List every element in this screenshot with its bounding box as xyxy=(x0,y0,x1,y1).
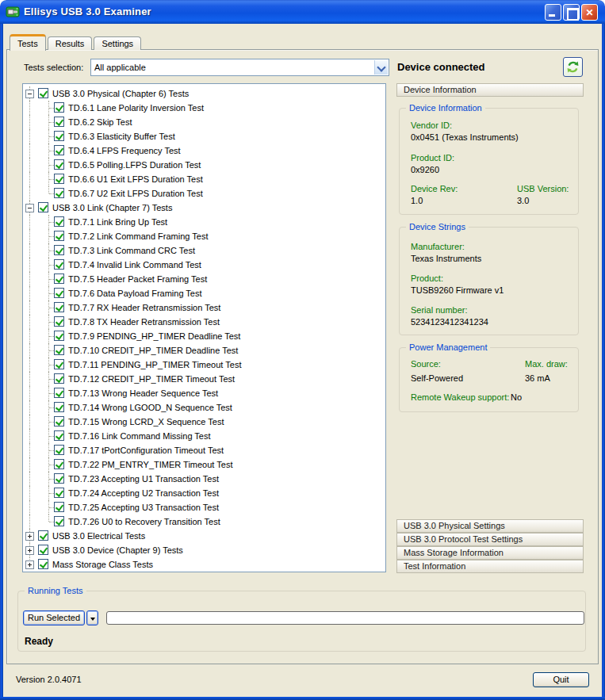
tree-checkbox[interactable] xyxy=(54,273,64,284)
tree-item[interactable]: TD.6.2 Skip Test xyxy=(23,115,385,129)
tree-item[interactable]: TD.7.24 Accepting U2 Transaction Test xyxy=(23,486,385,500)
tree-checkbox[interactable] xyxy=(38,545,48,555)
tree-item-label: TD.6.1 Lane Polarity Inversion Test xyxy=(68,103,204,113)
tree-item[interactable]: USB 3.0 Link (Chapter 7) Tests xyxy=(23,201,385,215)
tree-checkbox[interactable] xyxy=(54,416,64,427)
tree-checkbox[interactable] xyxy=(54,430,64,441)
maximize-button[interactable] xyxy=(563,4,580,21)
tree-checkbox[interactable] xyxy=(38,530,48,541)
tree-item[interactable]: TD.7.26 U0 to Recovery Transition Test xyxy=(23,514,385,529)
tree-checkbox[interactable] xyxy=(54,231,64,241)
tree-checkbox[interactable] xyxy=(54,488,64,498)
expander-bar-usb3-physical-settings[interactable]: USB 3.0 Physical Settings xyxy=(396,519,584,533)
tree-checkbox[interactable] xyxy=(38,559,48,569)
tests-tree[interactable]: USB 3.0 Physical (Chapter 6) Tests TD.6.… xyxy=(22,83,386,572)
tree-expander-icon[interactable] xyxy=(25,204,34,212)
tree-item[interactable]: TD.7.8 TX Header Retransmission Test xyxy=(23,315,385,329)
tree-item[interactable]: TD.7.1 Link Bring Up Test xyxy=(23,215,385,229)
tree-item[interactable]: USB 3.0 Electrical Tests xyxy=(23,529,385,543)
tree-item[interactable]: USB 3.0 Physical (Chapter 6) Tests xyxy=(23,86,385,101)
group-title: Device Information xyxy=(406,103,485,113)
title-bar[interactable]: Ellisys USB 3.0 Examiner xyxy=(0,0,605,24)
tree-item[interactable]: TD.6.4 LFPS Frequency Test xyxy=(23,143,385,158)
tree-item[interactable]: TD.7.14 Wrong LGOOD_N Sequence Test xyxy=(23,400,385,415)
tree-checkbox[interactable] xyxy=(54,516,64,526)
tree-connector-line xyxy=(29,329,30,343)
tree-checkbox[interactable] xyxy=(54,145,64,155)
tree-item[interactable]: TD.7.22 PM_ENTRY_TIMER Timeout Test xyxy=(23,457,385,472)
tree-item[interactable]: TD.7.13 Wrong Header Sequence Test xyxy=(23,386,385,400)
tree-item[interactable]: TD.7.4 Invalid Link Command Test xyxy=(23,258,385,272)
tree-checkbox[interactable] xyxy=(54,188,64,198)
tree-item-label: TD.7.3 Link Command CRC Test xyxy=(68,246,195,255)
tree-checkbox[interactable] xyxy=(54,345,64,355)
tree-expander-icon[interactable] xyxy=(25,532,34,541)
tree-checkbox[interactable] xyxy=(54,288,64,298)
tree-checkbox[interactable] xyxy=(54,159,64,170)
tree-item[interactable]: TD.7.9 PENDING_HP_TIMER Deadline Test xyxy=(23,329,385,343)
quit-button-label: Quit xyxy=(553,675,569,684)
tree-checkbox[interactable] xyxy=(54,359,64,369)
tree-checkbox[interactable] xyxy=(54,459,64,469)
tree-item[interactable]: TD.7.2 Link Command Framing Test xyxy=(23,229,385,243)
tree-item[interactable]: TD.7.15 Wrong LCRD_X Sequence Test xyxy=(23,415,385,429)
close-button[interactable] xyxy=(581,4,598,21)
minimize-button[interactable] xyxy=(545,4,561,21)
tree-checkbox[interactable] xyxy=(54,245,64,255)
tree-item[interactable]: TD.7.12 CREDIT_HP_TIMER Timeout Test xyxy=(23,372,385,386)
tree-checkbox[interactable] xyxy=(54,331,64,341)
tree-checkbox[interactable] xyxy=(54,302,64,312)
tree-checkbox[interactable] xyxy=(38,88,48,98)
product-label: Product: xyxy=(411,273,443,283)
tree-item[interactable]: TD.6.3 Elasticity Buffer Test xyxy=(23,129,385,143)
run-selected-button[interactable]: Run Selected xyxy=(23,610,85,625)
tree-checkbox[interactable] xyxy=(54,102,64,113)
tree-checkbox[interactable] xyxy=(54,131,64,141)
tab[interactable]: Tests xyxy=(10,34,46,51)
tree-item[interactable]: Mass Storage Class Tests xyxy=(23,557,385,572)
expander-bar-test-information[interactable]: Test Information xyxy=(396,560,584,573)
tree-checkbox[interactable] xyxy=(54,174,64,184)
tree-item[interactable]: TD.7.6 Data Payload Framing Test xyxy=(23,286,385,300)
tree-item[interactable]: TD.6.7 U2 Exit LFPS Duration Test xyxy=(23,186,385,201)
tree-item[interactable]: TD.7.25 Accepting U3 Transaction Test xyxy=(23,500,385,514)
tree-connector-line xyxy=(29,486,30,500)
tree-checkbox[interactable] xyxy=(54,445,64,455)
tab[interactable]: Settings xyxy=(94,36,141,50)
expander-bar-mass-storage-information[interactable]: Mass Storage Information xyxy=(396,546,584,560)
tree-checkbox[interactable] xyxy=(54,316,64,327)
expander-bar-usb3-protocol-test-settings[interactable]: USB 3.0 Protocol Test Settings xyxy=(396,533,584,546)
tree-checkbox[interactable] xyxy=(54,402,64,412)
tree-item[interactable]: TD.7.17 tPortConfiguration Timeout Test xyxy=(23,443,385,457)
tree-checkbox[interactable] xyxy=(54,373,64,384)
tree-expander-icon[interactable] xyxy=(25,90,34,98)
tree-item[interactable]: TD.6.5 Polling.LFPS Duration Test xyxy=(23,158,385,172)
run-options-dropdown-button[interactable] xyxy=(86,610,98,625)
tree-expander-icon[interactable] xyxy=(25,560,34,569)
tree-checkbox[interactable] xyxy=(54,259,64,270)
window-title: Ellisys USB 3.0 Examiner xyxy=(24,6,151,17)
tab[interactable]: Results xyxy=(48,36,93,50)
tree-checkbox[interactable] xyxy=(54,216,64,227)
refresh-button[interactable] xyxy=(563,57,583,77)
tree-item[interactable]: TD.7.23 Accepting U1 Transaction Test xyxy=(23,472,385,486)
expander-bar-device-information[interactable]: Device Information xyxy=(396,83,584,97)
tests-selection-dropdown[interactable]: All applicable xyxy=(90,59,389,76)
tree-item[interactable]: TD.7.7 RX Header Retransmission Test xyxy=(23,300,385,315)
tree-checkbox[interactable] xyxy=(38,202,48,212)
tree-item[interactable]: TD.7.10 CREDIT_HP_TIMER Deadline Test xyxy=(23,343,385,358)
tree-item[interactable]: TD.6.6 U1 Exit LFPS Duration Test xyxy=(23,172,385,186)
tree-item[interactable]: USB 3.0 Device (Chapter 9) Tests xyxy=(23,543,385,557)
tree-item[interactable]: TD.7.5 Header Packet Framing Test xyxy=(23,272,385,286)
tree-item[interactable]: TD.6.1 Lane Polarity Inversion Test xyxy=(23,101,385,115)
tree-expander-icon[interactable] xyxy=(25,546,34,555)
chevron-down-icon[interactable] xyxy=(374,60,388,75)
tree-item[interactable]: TD.7.16 Link Command Missing Test xyxy=(23,429,385,443)
tree-item[interactable]: TD.7.11 PENDING_HP_TIMER Timeout Test xyxy=(23,358,385,372)
tree-item[interactable]: TD.7.3 Link Command CRC Test xyxy=(23,243,385,258)
tree-checkbox[interactable] xyxy=(54,388,64,398)
tree-checkbox[interactable] xyxy=(54,473,64,484)
tree-checkbox[interactable] xyxy=(54,502,64,512)
tree-checkbox[interactable] xyxy=(54,117,64,127)
quit-button[interactable]: Quit xyxy=(533,672,589,687)
